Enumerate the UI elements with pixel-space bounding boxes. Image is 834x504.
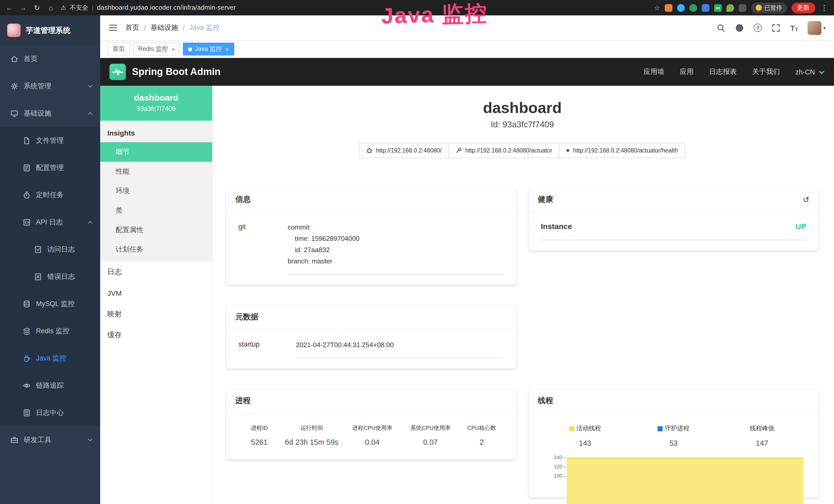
hamburger-icon[interactable] [108, 24, 118, 32]
sidebar-item-log-center[interactable]: 日志中心 [0, 399, 100, 426]
sba-nav: 应用墙 应用 日志报表 关于我们 zh-CN [643, 67, 825, 76]
legend-value: 147 [718, 439, 807, 447]
breadcrumb: 首页 / 基础设施 / Java 监控 [125, 23, 220, 32]
insights-item-environment[interactable]: 环境 [100, 181, 212, 201]
sidebar-item-label: 错误日志 [47, 272, 75, 281]
locale-select[interactable]: zh-CN [795, 68, 825, 76]
sba-nav-journal[interactable]: 日志报表 [709, 67, 737, 76]
close-icon[interactable]: × [172, 46, 175, 52]
y-tick: 140 [547, 455, 563, 464]
sba-brand[interactable]: Spring Boot Admin [132, 66, 221, 77]
paused-badge[interactable]: 已暂停 [751, 2, 787, 13]
sidebar-item-home[interactable]: 首页 [0, 45, 100, 72]
legend-label: 活动线程 [576, 424, 601, 433]
sidebar-item-infra[interactable]: 基础设施 [0, 100, 100, 127]
actuator-url: http://192.168.0.2:48080/actuator [465, 147, 552, 154]
breadcrumb-item[interactable]: 首页 [125, 23, 139, 32]
smiley-icon [756, 5, 762, 11]
update-button[interactable]: 更新 [791, 2, 815, 13]
wrench-icon [455, 147, 462, 154]
extension-icon[interactable] [677, 4, 685, 12]
health-card-title: 健康 [538, 194, 553, 204]
user-menu[interactable]: ▾ [808, 21, 826, 35]
insights-item-details[interactable]: 细节 [100, 142, 212, 162]
insights-item-metrics[interactable]: 性能 [100, 162, 212, 181]
sidebar-item-system[interactable]: 系统管理 [0, 72, 100, 100]
sidebar-item-mysql[interactable]: MySQL 监控 [0, 290, 100, 317]
bookmark-star-icon[interactable]: ☆ [654, 4, 660, 12]
tag-home[interactable]: 首页 [107, 43, 130, 55]
extension-icon[interactable] [665, 4, 673, 12]
sidebar-item-caches[interactable]: 缓存 [100, 324, 212, 346]
extension-icon[interactable]: on [714, 4, 722, 12]
tag-java[interactable]: Java 监控 × [183, 43, 234, 55]
extension-icon[interactable] [739, 4, 746, 12]
sidebar-item-api-log[interactable]: API 日志 [0, 208, 100, 236]
reload-icon[interactable]: ↻ [33, 4, 41, 12]
sidebar-item-error-log[interactable]: 错误日志 [0, 263, 100, 290]
app-logo-row[interactable]: 芋道管理系统 [0, 16, 100, 45]
sidebar-item-label: 研发工具 [24, 435, 51, 444]
sba-nav-applications[interactable]: 应用 [680, 67, 694, 76]
process-header: 进程ID [238, 424, 280, 432]
sidebar-item-label: 基础设施 [24, 109, 51, 118]
sidebar-item-logs[interactable]: 日志 [100, 261, 212, 282]
security-chip[interactable]: ⚠ 不安全 | dashboard.yudao.iocoder.cn/infra… [61, 3, 236, 12]
insights-item-classes[interactable]: 类 [100, 201, 212, 220]
sidebar-item-mappings[interactable]: 映射 [100, 303, 212, 324]
fullscreen-icon[interactable] [772, 23, 780, 32]
search-icon[interactable] [717, 23, 725, 32]
sidebar-item-config[interactable]: 配置管理 [0, 154, 100, 181]
address-bar[interactable]: dashboard.yudao.iocoder.cn/infra/admin-s… [97, 4, 236, 11]
help-icon[interactable]: ? [753, 24, 762, 32]
home-icon [10, 55, 19, 63]
sba-logo-icon[interactable] [109, 64, 126, 80]
sidebar-item-access-log[interactable]: 访问日志 [0, 236, 100, 263]
back-icon[interactable]: ← [5, 4, 13, 12]
sidebar-item-java[interactable]: Java 监控 [0, 345, 100, 372]
metadata-card: 元数据 startup 2021-04-27T00:44:31.254+08:0… [226, 305, 516, 369]
sidebar-item-files[interactable]: 文件管理 [0, 127, 100, 154]
sidebar-item-devtools[interactable]: 研发工具 [0, 426, 100, 453]
forward-icon[interactable]: → [19, 4, 27, 12]
legend-item: 活动线程 143 [541, 424, 630, 447]
sidebar-item-trace[interactable]: 链路追踪 [0, 372, 100, 399]
process-header: 系统CPU使用率 [401, 424, 460, 432]
process-card-title: 进程 [235, 396, 251, 406]
sidebar-item-label: Java 监控 [36, 353, 67, 363]
font-size-small: T [795, 26, 798, 32]
locale-label: zh-CN [795, 68, 815, 76]
sidebar-item-jvm[interactable]: JVM [100, 282, 212, 303]
extension-icon[interactable] [726, 4, 734, 12]
chevron-up-icon [87, 219, 93, 225]
insights-item-configprops[interactable]: 配置属性 [100, 220, 212, 240]
github-icon[interactable] [735, 23, 744, 32]
sba-nav-wallboard[interactable]: 应用墙 [643, 67, 664, 76]
legend-value: 53 [629, 439, 718, 447]
actuator-url-button[interactable]: http://192.168.0.2:48080/actuator [448, 143, 559, 158]
browser-menu-icon[interactable]: ⋮ [820, 4, 829, 12]
sidebar-item-label: 定时任务 [36, 190, 64, 200]
sidebar-item-redis[interactable]: Redis 监控 [0, 317, 100, 345]
metadata-key: startup [238, 339, 296, 359]
sidebar-item-jobs[interactable]: 定时任务 [0, 181, 100, 208]
insights-item-scheduled[interactable]: 计划任务 [100, 240, 212, 259]
font-size-icon[interactable]: TT [790, 23, 798, 32]
instance-header: dashboard 93a3fc7f7409 [100, 86, 212, 121]
info-card: 信息 git commit: time: 1596289704000 id: 2… [226, 188, 516, 285]
process-col: 进程CPU使用率 0.04 [343, 424, 401, 446]
health-url-button[interactable]: ♥ http://192.168.0.2:48080/actuator/heal… [559, 143, 685, 158]
breadcrumb-current: Java 监控 [189, 23, 220, 32]
tag-redis[interactable]: Redis 监控 × [133, 43, 180, 55]
extension-icon[interactable] [689, 4, 697, 12]
sba-nav-about[interactable]: 关于我们 [752, 67, 780, 76]
home-icon[interactable]: ⌂ [47, 4, 55, 12]
info-card-body: git commit: time: 1596289704000 id: 27aa… [226, 211, 516, 285]
legend-label: 线程峰值 [750, 424, 774, 433]
breadcrumb-item[interactable]: 基础设施 [151, 23, 178, 32]
extension-icon[interactable] [702, 4, 709, 12]
close-icon[interactable]: × [225, 46, 229, 52]
main-content: dashboard Id: 93a3fc7f7409 http://192.16… [213, 86, 834, 504]
service-url-button[interactable]: http://192.168.0.2:48080/ [359, 143, 449, 158]
history-icon[interactable]: ↺ [803, 195, 809, 204]
